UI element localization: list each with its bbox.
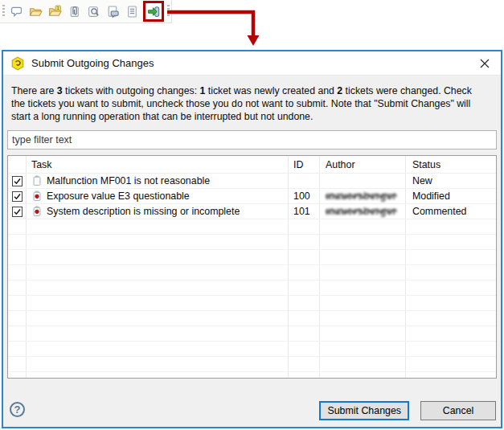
empty-row <box>8 265 496 281</box>
annotation-arrow <box>165 0 265 49</box>
app-bee-icon <box>10 56 25 71</box>
toolbar-grip[interactable] <box>2 5 5 18</box>
header-id[interactable]: ID <box>289 156 320 173</box>
task-new-icon <box>31 175 43 186</box>
task-id: 101 <box>289 204 320 219</box>
submit-changes-icon[interactable] <box>145 3 162 19</box>
table-header-row: Task ID Author Status <box>8 156 496 174</box>
submit-changes-button[interactable]: Submit Changes <box>319 401 409 420</box>
empty-row <box>8 235 496 250</box>
task-title: System description is missing or incompl… <box>47 206 240 217</box>
comment-bubble-icon[interactable] <box>8 3 24 19</box>
close-icon[interactable] <box>476 55 494 72</box>
task-author-redacted: mauersberger <box>326 206 397 217</box>
table-row[interactable]: System description is missing or incompl… <box>8 204 496 219</box>
empty-row <box>8 311 496 326</box>
table-row[interactable]: Malfunction MF001 is not reasonable New <box>8 174 496 189</box>
toolbar: 1 <box>0 0 172 23</box>
row-checkbox-checked[interactable] <box>12 207 23 217</box>
empty-row <box>8 250 496 265</box>
cancel-button[interactable]: Cancel <box>420 401 496 420</box>
svg-text:1: 1 <box>56 6 59 10</box>
clipboard-search-icon[interactable] <box>85 3 101 19</box>
help-icon[interactable]: ? <box>10 402 25 417</box>
empty-row <box>8 281 496 296</box>
header-author[interactable]: Author <box>320 156 406 173</box>
table-row[interactable]: Exposure value E3 questionable 100 mauer… <box>8 189 496 204</box>
task-title: Exposure value E3 questionable <box>47 190 190 202</box>
header-status[interactable]: Status <box>406 156 496 173</box>
empty-row <box>8 357 496 372</box>
empty-row <box>8 342 496 357</box>
task-status: New <box>406 174 496 188</box>
empty-row <box>8 326 496 342</box>
document-comment-icon[interactable] <box>104 3 121 19</box>
task-id: 100 <box>289 189 320 203</box>
task-repository-icon <box>31 206 43 217</box>
empty-row <box>8 219 496 235</box>
task-title: Malfunction MF001 is not reasonable <box>47 175 210 186</box>
empty-row <box>8 372 496 379</box>
task-status: Commented <box>406 204 496 219</box>
submit-outgoing-changes-dialog: Submit Outgoing Changes There are 3 tick… <box>2 50 502 428</box>
dialog-titlebar[interactable]: Submit Outgoing Changes <box>3 51 501 76</box>
empty-row <box>8 296 496 311</box>
filter-input[interactable] <box>7 130 497 149</box>
header-task[interactable]: Task <box>27 156 289 173</box>
document-list-icon[interactable] <box>124 3 140 19</box>
tickets-table: Task ID Author Status Malfunction MF001 … <box>7 155 497 379</box>
task-author <box>320 174 406 188</box>
dialog-title: Submit Outgoing Changes <box>31 57 154 69</box>
attachment-icon[interactable] <box>66 3 82 19</box>
open-folder-icon[interactable] <box>27 3 43 19</box>
row-checkbox-checked[interactable] <box>12 191 23 202</box>
header-checkbox-col[interactable] <box>8 156 27 173</box>
highlight-box <box>143 1 164 22</box>
open-folder-badge-icon[interactable]: 1 <box>47 3 63 19</box>
dialog-description: There are 3 tickets with outgoing change… <box>3 76 490 130</box>
dialog-footer: ? Submit Changes Cancel <box>3 379 501 427</box>
task-status: Modified <box>406 189 496 203</box>
task-id <box>289 174 320 188</box>
task-repository-icon <box>31 190 43 202</box>
row-checkbox-checked[interactable] <box>12 176 23 186</box>
task-author-redacted: mauersberger <box>326 190 397 202</box>
